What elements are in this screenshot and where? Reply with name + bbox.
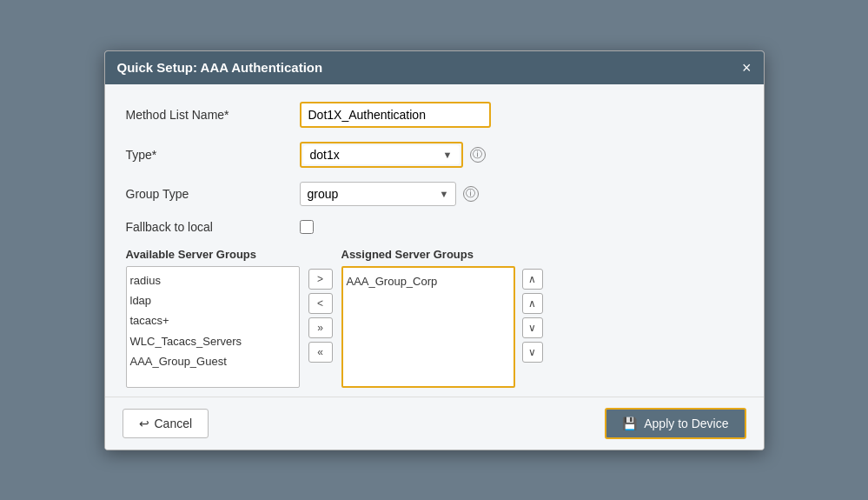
available-list[interactable]: radius ldap tacacs+ WLC_Tacacs_Servers A…	[126, 266, 300, 388]
quick-setup-dialog: Quick Setup: AAA Authentication × Method…	[104, 50, 765, 450]
move-up-button[interactable]: ∧	[522, 293, 543, 314]
apply-to-device-button[interactable]: 💾 Apply to Device	[605, 408, 745, 439]
list-item[interactable]: radius	[130, 270, 295, 290]
type-info-icon: ⓘ	[470, 147, 486, 163]
transfer-buttons: > < » «	[300, 269, 341, 363]
group-type-select[interactable]: group local none	[300, 182, 456, 206]
available-panel: Available Server Groups radius ldap taca…	[126, 248, 300, 388]
group-type-info-icon: ⓘ	[463, 186, 479, 202]
type-select[interactable]: dot1x login enable	[303, 145, 460, 164]
assigned-panel: Assigned Server Groups AAA_Group_Corp	[341, 248, 515, 388]
method-list-name-input[interactable]	[300, 102, 491, 128]
cancel-button[interactable]: ↩ Cancel	[123, 409, 209, 438]
type-select-wrap: dot1x login enable ▼	[300, 142, 463, 168]
fallback-control	[300, 220, 314, 234]
type-control: dot1x login enable ▼ ⓘ	[300, 142, 486, 168]
assigned-list[interactable]: AAA_Group_Corp	[341, 266, 515, 388]
group-type-select-container: group local none ▼	[300, 182, 456, 206]
dialog-title: Quick Setup: AAA Authentication	[117, 60, 323, 75]
list-item[interactable]: tacacs+	[130, 310, 295, 330]
method-list-name-row: Method List Name*	[126, 102, 743, 128]
list-item[interactable]: AAA_Group_Guest	[130, 351, 295, 371]
move-right-button[interactable]: >	[308, 269, 333, 290]
dialog-body: Method List Name* Type* dot1x login enab…	[105, 84, 764, 397]
move-down-button[interactable]: ∨	[522, 317, 543, 338]
assigned-label: Assigned Server Groups	[341, 248, 515, 261]
dialog-footer: ↩ Cancel 💾 Apply to Device	[105, 397, 764, 450]
fallback-row: Fallback to local	[126, 220, 743, 234]
available-label: Available Server Groups	[126, 248, 300, 261]
type-label: Type*	[126, 148, 300, 162]
cancel-icon: ↩	[139, 417, 149, 430]
list-item[interactable]: ldap	[130, 290, 295, 310]
list-item[interactable]: AAA_Group_Corp	[347, 271, 510, 291]
type-row: Type* dot1x login enable ▼ ⓘ	[126, 142, 743, 168]
close-button[interactable]: ×	[742, 60, 752, 76]
apply-label: Apply to Device	[644, 417, 728, 430]
move-all-left-button[interactable]: «	[308, 342, 333, 363]
reorder-buttons: ∧ ∧ ∨ ∨	[515, 269, 550, 363]
group-type-row: Group Type group local none ▼ ⓘ	[126, 182, 743, 206]
group-type-control: group local none ▼ ⓘ	[300, 182, 479, 206]
move-left-button[interactable]: <	[308, 293, 333, 314]
group-type-label: Group Type	[126, 187, 300, 201]
move-bottom-button[interactable]: ∨	[522, 342, 543, 363]
list-item[interactable]: WLC_Tacacs_Servers	[130, 331, 295, 351]
cancel-label: Cancel	[155, 417, 193, 430]
move-all-right-button[interactable]: »	[308, 317, 333, 338]
fallback-checkbox[interactable]	[300, 220, 314, 234]
transfer-section: Available Server Groups radius ldap taca…	[126, 248, 743, 388]
fallback-label: Fallback to local	[126, 220, 300, 234]
method-list-name-label: Method List Name*	[126, 108, 300, 122]
type-select-container: dot1x login enable ▼	[303, 145, 460, 164]
dialog-header: Quick Setup: AAA Authentication ×	[105, 51, 764, 84]
method-list-name-control	[300, 102, 491, 128]
save-icon: 💾	[622, 417, 637, 430]
move-top-button[interactable]: ∧	[522, 269, 543, 290]
